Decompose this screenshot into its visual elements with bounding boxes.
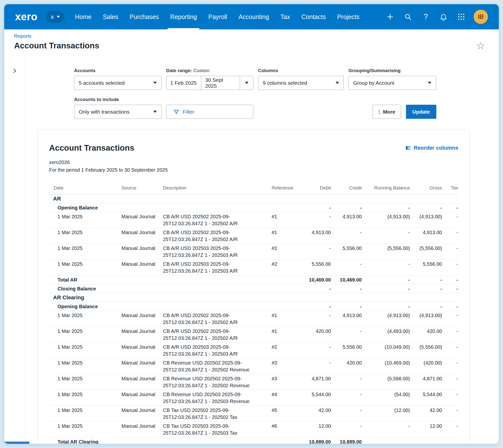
favorite-star-icon[interactable]: ☆ [476,41,485,51]
date-range-mode: Custom [193,68,209,73]
chevron-down-icon [153,82,157,84]
update-button[interactable]: Update [406,105,436,119]
accounts-to-include-field: Accounts to include Only with transactio… [74,97,161,119]
nav-item-projects[interactable]: Projects [337,4,359,29]
horizontal-scrollbar-thumb[interactable] [4,442,29,444]
transaction-date: 1 Mar 2025 [49,260,117,275]
row-label: Total AR [49,275,299,284]
search-button[interactable] [402,11,413,22]
grouping-label: Grouping/Summarising [348,68,436,73]
nav-item-home[interactable]: Home [75,4,92,29]
transaction-description-text: CB Tax USD 202503 2025-09-25T12:03:26.84… [163,423,252,436]
columns-select-value: 9 columns selected [263,80,307,86]
running-balance-amount: (4,913.00) [362,311,410,327]
debit-amount: 12.00 [299,422,331,437]
transaction-description-text: CB A/R USD 202503 2025-09-25T12:03:26.84… [163,261,252,274]
balance-row: Opening Balance----- [49,302,459,311]
more-button[interactable]: More [373,105,401,119]
tax-amount: - [443,343,459,358]
tax-amount: - [443,374,459,390]
credit-amount: - [331,302,362,311]
credit-amount: 5,556.00 [331,244,362,260]
nav-item-accounting[interactable]: Accounting [239,4,269,29]
transaction-description-text: CB A/R USD 202502 2025-09-25T12:03:26.84… [163,213,252,227]
credit-amount: - [331,260,362,275]
nav-item-payroll[interactable]: Payroll [208,4,227,29]
column-header-source: Source [117,182,159,194]
transaction-source: Manual Journal [117,358,159,374]
gross-amount: (5,556.00) [410,343,443,358]
columns-label: Columns [258,68,344,73]
row-label: Opening Balance [49,203,299,212]
nav-utilities: ? IB [385,10,488,24]
transaction-reference: #5 [267,406,299,422]
gross-amount: - [410,302,443,311]
accounts-select[interactable]: 5 accounts selected [74,76,161,90]
transaction-description: CB A/R USD 202503 2025-09-25T12:03:26.84… [159,343,267,358]
running-balance-amount: - [362,422,410,437]
collapsed-sidebar [4,56,25,444]
nav-item-sales[interactable]: Sales [103,4,118,29]
add-button[interactable] [385,11,396,22]
nav-item-purchases[interactable]: Purchases [130,4,159,29]
gross-amount [410,437,443,444]
debit-amount: 4,913.00 [299,228,331,244]
transaction-description: CB Tax USD 202503 2025-09-25T12:03:26.84… [159,422,267,437]
transaction-row[interactable]: 1 Mar 2025Manual JournalCB A/R USD 20250… [49,244,459,260]
transaction-row[interactable]: 1 Mar 2025Manual JournalCB Revenue USD 2… [49,358,459,374]
date-from-input[interactable]: 1 Feb 2025 [166,76,201,90]
transaction-description: CB Tax USD 202502 2025-09-25T12:03:26.84… [159,406,267,422]
tax-amount: - [443,244,459,260]
credit-amount: - [331,228,362,244]
breadcrumb-reports-link[interactable]: Reports [14,33,31,39]
transaction-source: Manual Journal [117,406,159,422]
reorder-columns-link[interactable]: Reorder columns [405,145,458,151]
credit-amount: - [331,284,362,293]
more-button-label: More [383,109,395,115]
date-range-dropdown-button[interactable] [240,76,253,90]
transaction-row[interactable]: 1 Mar 2025Manual JournalCB A/R USD 20250… [49,343,459,358]
transaction-source: Manual Journal [117,343,159,358]
transaction-row[interactable]: 1 Mar 2025Manual JournalCB A/R USD 20250… [49,228,459,244]
sidebar-expand-button[interactable] [10,66,20,76]
column-header-tax: Tax [443,182,459,194]
transaction-row[interactable]: 1 Mar 2025Manual JournalCB Tax USD 20250… [49,406,459,422]
debit-amount: 10,889.00 [299,437,331,444]
xero-logo[interactable]: xero [15,11,38,23]
filter-button[interactable]: Filter [166,105,253,119]
transaction-description: CB Revenue USD 202502 2025-09-25T12:03:2… [159,358,267,374]
primary-nav: HomeSalesPurchasesReportingPayrollAccoun… [75,4,360,29]
running-balance-amount: (4,913.00) [362,212,410,228]
nav-item-reporting[interactable]: Reporting [170,4,197,29]
transaction-description: CB Revenue USD 202502 2025-09-25T12:03:2… [159,374,267,390]
transaction-row[interactable]: 1 Mar 2025Manual JournalCB A/R USD 20250… [49,212,459,228]
transaction-date: 1 Mar 2025 [49,228,117,244]
org-switcher-label: x [51,13,54,20]
nav-item-tax[interactable]: Tax [281,4,290,29]
nav-item-contacts[interactable]: Contacts [302,4,326,29]
transaction-reference: #1 [267,212,299,228]
transaction-row[interactable]: 1 Mar 2025Manual JournalCB A/R USD 20250… [49,327,459,343]
app-launcher-button[interactable] [456,11,467,22]
columns-select[interactable]: 9 columns selected [258,76,344,90]
transaction-reference: #3 [267,358,299,374]
help-button[interactable]: ? [420,11,431,22]
running-balance-amount [362,437,410,444]
transaction-row[interactable]: 1 Mar 2025Manual JournalCB Revenue USD 2… [49,374,459,390]
transaction-row[interactable]: 1 Mar 2025Manual JournalCB A/R USD 20250… [49,311,459,327]
transaction-row[interactable]: 1 Mar 2025Manual JournalCB Tax USD 20250… [49,422,459,437]
page-title: Account Transactions [14,41,99,50]
grouping-select[interactable]: Group by Account [348,76,436,90]
org-switcher[interactable]: x [46,11,65,23]
notifications-button[interactable] [438,11,449,22]
user-avatar[interactable]: IB [474,10,488,24]
gross-amount: (4,913.00) [410,311,443,327]
transaction-row[interactable]: 1 Mar 2025Manual JournalCB Revenue USD 2… [49,390,459,406]
gross-amount: 5,556.00 [410,260,443,275]
running-balance-amount: (10,049.00) [362,343,410,358]
transaction-row[interactable]: 1 Mar 2025Manual JournalCB A/R USD 20250… [49,260,459,275]
columns-field: Columns 9 columns selected [258,68,344,90]
accounts-to-include-select[interactable]: Only with transactions [74,105,161,119]
report-period: For the period 1 February 2025 to 30 Sep… [49,167,458,173]
date-to-input[interactable]: 30 Sept 2025 [201,76,240,90]
